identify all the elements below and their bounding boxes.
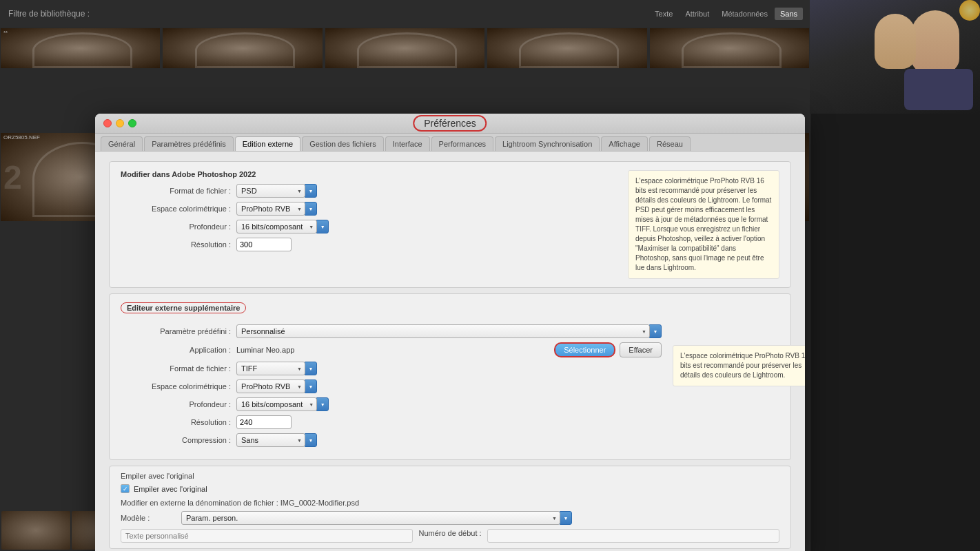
clear-button[interactable]: Effacer [620,342,662,357]
add-format-select[interactable]: TIFF [236,362,305,375]
param-select[interactable]: Personnalisé [236,324,650,338]
param-label: Paramètre prédéfini : [121,327,231,335]
stack-section: Empiler avec l'original Empiler avec l'o… [109,466,791,549]
photo-cell[interactable]: ** [0,28,161,69]
additional-section-label: Editeur externe supplémentaire [121,302,246,313]
filter-library-label: Filtre de bibliothèque : [8,9,90,19]
tab-presets[interactable]: Paramètres prédéfinis [144,136,234,151]
modele-select-arrow[interactable] [560,511,572,525]
tab-file-management[interactable]: Gestion des fichiers [302,136,384,151]
tab-general[interactable]: Général [101,136,143,151]
main-editor-right: L'espace colorimétrique ProPhoto RVB 16 … [628,170,779,279]
compression-select[interactable]: Sans [236,433,305,447]
compression-select-arrow[interactable] [305,433,317,447]
webcam-feed [810,0,980,114]
format-select-arrow[interactable] [305,184,317,198]
custom-text-input[interactable] [121,529,413,543]
close-button[interactable] [103,119,112,127]
modele-select[interactable]: Param. person. [181,511,560,525]
add-colorspace-label: Espace colorimétrique : [121,382,231,391]
main-editor-section: Modifier dans Adobe Photoshop 2022 Forma… [109,161,791,288]
tab-external-edit[interactable]: Edition externe [235,136,300,151]
photo-filename: ** [3,30,8,36]
add-colorspace-row: Espace colorimétrique : ProPhoto RVB [121,380,662,393]
format-label: Format de fichier : [121,187,231,195]
modele-label: Modèle : [121,514,176,522]
add-resolution-label: Résolution : [121,418,231,426]
add-format-select-wrapper: TIFF [236,362,317,375]
add-colorspace-select-arrow[interactable] [305,380,317,393]
depth-label: Profondeur : [121,222,231,231]
dialog-tabs: Général Paramètres prédéfinis Edition ex… [95,134,805,152]
filter-tab-sans[interactable]: Sans [775,8,803,20]
add-depth-select-arrow[interactable] [316,397,329,411]
dialog-titlebar: Préférences [95,114,805,134]
tab-performance[interactable]: Performances [431,136,493,151]
colorspace-row: Espace colorimétrique : ProPhoto RVB [121,202,617,216]
photo-number: 2 [3,158,22,196]
colorspace-select-wrapper: ProPhoto RVB [236,202,317,216]
maximize-button[interactable] [128,119,136,127]
webcam-person-view [810,0,980,114]
format-select-wrapper: PSD [236,184,317,198]
compression-label: Compression : [121,436,231,444]
compression-row: Compression : Sans [121,433,662,447]
photo-cell[interactable] [325,28,485,69]
rename-row: Modifier en externe la dénomination de f… [121,499,779,507]
bottom-photo[interactable] [1,511,70,550]
extra-inputs-row: Numéro de début : [121,529,779,543]
minimize-button[interactable] [116,119,124,127]
add-colorspace-select[interactable]: ProPhoto RVB [236,380,305,393]
tab-interface[interactable]: Interface [385,136,430,151]
colorspace-select[interactable]: ProPhoto RVB [236,202,305,216]
photo-cell[interactable] [649,28,810,69]
depth-select[interactable]: 16 bits/composant [236,220,317,233]
preferences-dialog: Préférences Général Paramètres prédéfini… [95,114,805,551]
start-number-input[interactable] [487,529,779,543]
tab-display[interactable]: Affichage [601,136,648,151]
photo-cell[interactable] [162,28,323,69]
additional-left: Paramètre prédéfini : Personnalisé Appli… [121,324,662,451]
dialog-content: Modifier dans Adobe Photoshop 2022 Forma… [95,152,805,551]
main-editor-header: Modifier dans Adobe Photoshop 2022 [121,170,617,178]
add-format-row: Format de fichier : TIFF [121,362,662,375]
compression-select-wrapper: Sans [236,433,317,447]
modele-row: Modèle : Param. person. [121,511,779,525]
stack-checkbox[interactable] [121,484,130,493]
tab-lr-sync[interactable]: Lightroom Synchronisation [495,136,600,151]
filter-tab-texte[interactable]: Texte [649,8,678,20]
photo-filename: ORZ5805.NEF [3,134,40,141]
add-colorspace-select-wrapper: ProPhoto RVB [236,380,317,393]
additional-editor-section: Editeur externe supplémentaire Paramètre… [109,293,791,460]
format-select[interactable]: PSD [236,184,305,198]
add-depth-label: Profondeur : [121,400,231,408]
resolution-input[interactable] [236,238,292,251]
stack-checkbox-row: Empiler avec l'original [121,484,779,493]
additional-inner: Paramètre prédéfini : Personnalisé Appli… [121,324,779,451]
select-button[interactable]: Sélectionner [554,342,615,357]
add-resolution-input[interactable] [236,415,292,429]
dialog-title-oval: Préférences [413,115,487,132]
add-depth-select[interactable]: 16 bits/composant [236,397,317,411]
param-select-wrapper: Personnalisé [236,324,662,338]
add-format-select-arrow[interactable] [305,362,317,375]
photo-cell[interactable] [487,28,647,69]
webcam-panel [810,0,980,551]
action-buttons: Sélectionner Effacer [554,342,662,357]
add-depth-row: Profondeur : 16 bits/composant [121,397,662,411]
app-value: Luminar Neo.app [236,346,294,354]
app-label: Application : [121,346,231,354]
param-select-arrow[interactable] [649,324,662,338]
filter-tab-metadata[interactable]: Métadonnées [716,8,773,20]
depth-select-arrow[interactable] [316,220,329,233]
colorspace-select-arrow[interactable] [305,202,317,216]
additional-section-label-container: Editeur externe supplémentaire [121,302,779,319]
depth-select-wrapper: 16 bits/composant [236,220,329,233]
tab-network[interactable]: Réseau [649,136,691,151]
stack-header: Empiler avec l'original [121,472,779,480]
resolution-row: Résolution : [121,238,617,251]
filter-tab-attribut[interactable]: Attribut [680,8,715,20]
add-resolution-row: Résolution : [121,415,662,429]
resolution-label: Résolution : [121,240,231,249]
main-info-box: L'espace colorimétrique ProPhoto RVB 16 … [628,170,779,279]
